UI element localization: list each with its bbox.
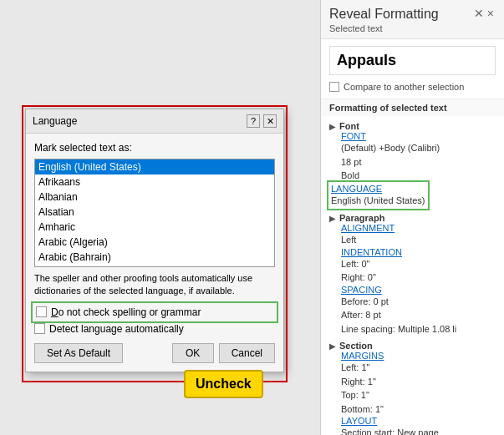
layout-link[interactable]: LAYOUT <box>341 416 496 426</box>
dialog-buttons: Set As Default OK Cancel <box>34 343 275 363</box>
dialog-mark-label: Mark selected text as: <box>34 142 275 154</box>
formatting-section-title: Formatting of selected text <box>321 99 504 116</box>
detect-language-checkbox[interactable] <box>34 323 45 334</box>
paragraph-group-title: Paragraph <box>339 213 384 223</box>
lang-item-english-us[interactable]: English (United States) <box>35 159 274 175</box>
dialog-title-controls: ? ✕ <box>247 114 277 128</box>
lang-item-albanian[interactable]: Albanian <box>35 190 274 205</box>
dialog-close-button[interactable]: ✕ <box>263 114 277 128</box>
compare-label: Compare to another selection <box>344 82 464 92</box>
paragraph-triangle-icon: ▶ <box>329 214 336 223</box>
compare-row: Compare to another selection <box>321 82 504 92</box>
lang-item-arabic-algeria[interactable]: Arabic (Algeria) <box>35 235 274 250</box>
section-group-header: ▶ Section <box>329 341 496 351</box>
ok-cancel-group: OK Cancel <box>172 343 275 363</box>
font-link[interactable]: FONT <box>341 131 496 141</box>
dialog-help-button[interactable]: ? <box>247 114 260 128</box>
lang-item-amharic[interactable]: Amharic <box>35 220 274 235</box>
detect-language-checkbox-row: Detect language automatically <box>34 323 275 335</box>
uncheck-annotation: Uncheck <box>184 370 263 398</box>
document-area: APPUALS Language ? ✕ Mark selected text … <box>0 0 320 435</box>
dialog-content: Mark selected text as: English (United S… <box>26 134 283 372</box>
language-link[interactable]: LANGUAGE <box>331 184 425 194</box>
spacing-value: Before: 0 ptAfter: 8 ptLine spacing: Mul… <box>341 295 496 336</box>
alignment-link[interactable]: ALIGNMENT <box>341 223 496 233</box>
section-triangle-icon: ▶ <box>329 341 336 351</box>
ok-button[interactable]: OK <box>172 343 214 363</box>
language-highlight-box: LANGUAGE English (United States) <box>329 183 427 209</box>
spelling-checkbox-row: Do not check spelling or grammar <box>34 305 275 320</box>
language-dialog: Language ? ✕ Mark selected text as: Engl… <box>25 109 284 372</box>
alignment-value: Left <box>341 233 496 247</box>
spelling-checkbox-label: Do not check spelling or grammar <box>51 306 201 318</box>
reveal-close-button[interactable]: ✕ × <box>472 7 496 20</box>
paragraph-group: ▶ Paragraph ALIGNMENT Left INDENTATION L… <box>329 213 496 336</box>
indentation-value: Left: 0"Right: 0" <box>341 257 496 285</box>
cancel-button[interactable]: Cancel <box>219 343 275 363</box>
margins-link[interactable]: MARGINS <box>341 351 496 361</box>
spelling-checkbox[interactable] <box>36 306 47 317</box>
set-as-default-button[interactable]: Set As Default <box>34 343 123 363</box>
indentation-link[interactable]: INDENTATION <box>341 247 496 257</box>
reveal-header-text: Reveal Formatting Selected text <box>329 7 439 33</box>
reveal-header: Reveal Formatting Selected text ✕ × <box>321 0 504 39</box>
reveal-title: Reveal Formatting <box>329 7 439 22</box>
layout-value: Section start: New page <box>341 426 496 435</box>
lang-item-afrikaans[interactable]: Afrikaans <box>35 175 274 190</box>
section-group-title: Section <box>339 341 373 351</box>
reveal-formatting-panel: Reveal Formatting Selected text ✕ × Appa… <box>320 0 504 435</box>
dialog-title: Language <box>33 115 77 127</box>
lang-item-arabic-egypt[interactable]: Arabic (Egypt) <box>35 265 274 267</box>
lang-item-arabic-bahrain[interactable]: Arabic (Bahrain) <box>35 250 274 265</box>
reveal-subtitle: Selected text <box>329 23 439 33</box>
selected-text-display: Appauls <box>329 46 496 75</box>
detect-language-label: Detect language automatically <box>49 323 184 335</box>
font-group-title: Font <box>339 121 359 131</box>
compare-checkbox[interactable] <box>329 82 339 92</box>
lang-item-alsatian[interactable]: Alsatian <box>35 205 274 220</box>
formatting-content: ▶ Font FONT (Default) +Body (Calibri)18 … <box>321 116 504 435</box>
paragraph-group-header: ▶ Paragraph <box>329 213 496 223</box>
font-values: (Default) +Body (Calibri)18 ptBold <box>341 141 496 183</box>
font-group: ▶ Font FONT (Default) +Body (Calibri)18 … <box>329 121 496 208</box>
language-listbox[interactable]: English (United States) Afrikaans Albani… <box>34 159 275 267</box>
dialog-description: The speller and other proofing tools aut… <box>34 272 275 298</box>
font-group-header: ▶ Font <box>329 121 496 131</box>
spacing-link[interactable]: SPACING <box>341 285 496 295</box>
section-group: ▶ Section MARGINS Left: 1"Right: 1"Top: … <box>329 341 496 435</box>
language-list: English (United States) Afrikaans Albani… <box>35 159 274 267</box>
language-value: English (United States) <box>331 194 425 208</box>
font-triangle-icon: ▶ <box>329 122 336 131</box>
margins-value: Left: 1"Right: 1"Top: 1"Bottom: 1" <box>341 361 496 416</box>
dialog-titlebar: Language ? ✕ <box>26 109 283 134</box>
